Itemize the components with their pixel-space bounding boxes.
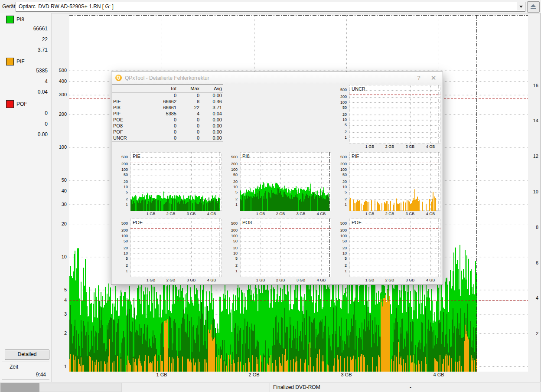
speed-axis-label: 16 [530,83,538,88]
row-avg: 3.71 [199,105,222,111]
table-body: 000.00PIE6666280.46PI866661223.71PIF5385… [112,92,223,141]
y-axis-label: 10 [227,185,238,189]
status-extra: - [406,383,541,392]
error-summary-table: Tot Max Avg 000.00PIE6666280.46PI8666612… [112,85,223,141]
qpxtool-logo-icon: Q [115,75,122,81]
po8-chart: PO8 500200100502010521 1 GB2 GB3 GB4 GB [227,219,331,284]
legend-value: 5385 [13,68,48,74]
row-label [112,92,152,98]
table-row: PIF538540.04 [112,111,223,117]
detailed-button[interactable]: Detailed [5,350,49,360]
y-axis-label: 500 [336,155,347,159]
pi8-y-axis: 500200100502010521 [227,152,239,211]
y-axis-label: 20 [51,221,67,226]
legend-value: 4 [13,78,48,85]
y-axis-label: 20 [227,246,238,250]
y-axis-label: 100 [117,234,128,238]
row-max: 22 [176,105,199,111]
main-chart-y-axis: 500400300200100504030201054321 [51,15,68,372]
speed-axis-label: 10 [530,189,538,194]
pof-chart-plot [349,219,440,277]
y-axis-label: 1 [227,269,238,273]
y-axis-label: 10 [117,185,128,189]
table-row: POF000.00 [112,129,223,135]
y-axis-label: 2 [51,330,67,336]
x-axis-label: 2 GB [241,372,267,377]
main-chart-x-axis: 1 GB2 GB3 GB4 GB [69,372,528,378]
y-axis-label: 50 [227,239,238,243]
pie-x-axis: 1 GB2 GB3 GB4 GB [130,212,222,217]
row-label: POE [112,117,152,123]
dialog-title-bar[interactable]: Q QPxTool - Detailierte Fehlerkorrektur … [111,72,443,84]
speed-axis-label: 8 [530,225,538,230]
dialog-close-button[interactable]: ✕ [430,74,437,82]
row-label: PO8 [112,123,152,129]
row-max: 4 [176,111,199,117]
y-axis-label: 20 [227,180,238,184]
table-row: UNCR000.00 [112,135,223,141]
table-row: POE000.00 [112,117,223,123]
device-label: Gerät: [2,3,16,10]
row-label: PIF [112,111,152,117]
y-axis-label: 500 [336,221,347,225]
speed-axis-label: 4 [530,295,538,301]
y-axis-label: 100 [51,144,67,150]
row-label: UNCR [112,135,152,141]
y-axis-label: 4 [51,297,67,303]
chart-title: POF [352,220,362,225]
row-tot: 0 [152,92,176,98]
y-axis-label: 10 [117,251,128,255]
pof-x-axis: 1 GB2 GB3 GB4 GB [349,278,440,283]
status-progress-panel [0,383,122,392]
y-axis-label: 1 [336,203,347,207]
legend-swatch-icon [6,100,14,108]
y-axis-label: 400 [51,78,67,84]
table-header-max: Max [176,85,199,92]
poe-y-axis: 500200100502010521 [117,219,129,277]
status-extra-text: - [410,384,411,390]
y-axis-label: 200 [336,162,347,166]
row-tot: 0 [152,135,176,141]
device-select-dropdown-button[interactable] [517,2,525,10]
y-axis-label: 2 [336,130,347,134]
x-axis-label: 3 GB [333,372,359,377]
dialog-help-button[interactable]: ? [415,74,423,82]
pi8-chart: PI8 500200100502010521 1 GB2 GB3 GB4 GB [227,152,331,218]
pof-chart: POF 500200100502010521 1 GB2 GB3 GB4 GB [336,219,440,284]
y-axis-label: 50 [227,173,238,177]
y-axis-label: 2 [227,263,238,268]
y-axis-label: 50 [336,173,347,177]
po8-y-axis: 500200100502010521 [227,219,239,277]
legend-PI8: PI866661223.71 [0,16,51,57]
row-max: 0 [176,123,199,129]
table-header-tot: Tot [152,85,176,92]
time-value: 9:44 [36,372,46,378]
chart-title: POE [133,220,143,225]
device-select[interactable]: Optiarc DVD RW AD-5290S+ 1.RN [ G: ] [16,2,525,12]
row-avg: 0.04 [199,111,222,117]
poe-chart-plot [130,219,222,277]
row-avg: 0.00 [199,123,222,129]
y-axis-label: 500 [117,155,128,159]
row-label: PI8 [112,105,152,111]
y-axis-label: 300 [51,92,67,97]
y-axis-label: 500 [227,155,238,159]
chart-title: PIE [133,154,140,159]
device-bar: Gerät: Optiarc DVD RW AD-5290S+ 1.RN [ G… [0,0,541,13]
row-tot: 0 [152,129,176,135]
pie-chart: PIE 500200100502010521 1 GB2 GB3 GB4 GB [117,152,222,218]
device-select-value: Optiarc DVD RW AD-5290S+ 1.RN [ G: ] [19,3,114,10]
x-axis-label: 4 GB [308,278,334,282]
speed-axis-label: 14 [530,118,538,123]
main-chart-speed-axis: 161412108642 [530,0,539,392]
y-axis-label: 100 [336,167,347,172]
chart-title: PIF [352,154,359,159]
y-axis-label: 10 [336,118,347,122]
y-axis-label: 500 [51,68,67,73]
y-axis-label: 100 [336,100,347,105]
uncr-chart-plot [349,85,440,144]
row-avg: 0.46 [199,98,222,105]
y-axis-label: 5 [227,190,238,194]
y-axis-label: 2 [117,263,128,268]
x-axis-label: 4 GB [308,212,334,216]
